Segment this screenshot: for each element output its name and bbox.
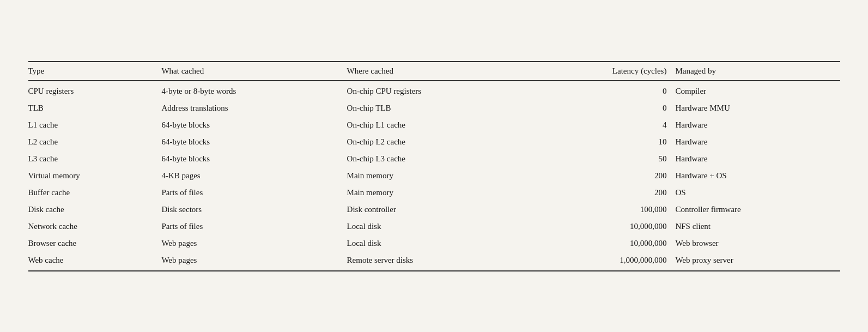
col-header-where-cached: Where cached bbox=[347, 62, 532, 81]
table-row: CPU registers4-byte or 8-byte wordsOn-ch… bbox=[28, 81, 840, 100]
where-cached-cell: Main memory bbox=[347, 184, 532, 201]
table-row: TLBAddress translationsOn-chip TLB0Hardw… bbox=[28, 100, 840, 117]
latency-cell: 200 bbox=[532, 167, 676, 184]
latency-cell: 200 bbox=[532, 184, 676, 201]
what-cached-cell: Web pages bbox=[161, 252, 347, 271]
where-cached-cell: Local disk bbox=[347, 218, 532, 235]
type-cell: Buffer cache bbox=[28, 184, 162, 201]
where-cached-cell: Remote server disks bbox=[347, 252, 532, 271]
where-cached-cell: On-chip CPU registers bbox=[347, 81, 532, 100]
type-cell: Web cache bbox=[28, 252, 162, 271]
table-row: L3 cache64-byte blocksOn-chip L3 cache50… bbox=[28, 150, 840, 167]
what-cached-cell: 4-byte or 8-byte words bbox=[161, 81, 347, 100]
table-row: L1 cache64-byte blocksOn-chip L1 cache4H… bbox=[28, 117, 840, 134]
managed-by-cell: Controller firmware bbox=[675, 201, 840, 218]
type-cell: L1 cache bbox=[28, 117, 162, 134]
managed-by-cell: Compiler bbox=[675, 81, 840, 100]
type-cell: L3 cache bbox=[28, 150, 162, 167]
where-cached-cell: Main memory bbox=[347, 167, 532, 184]
where-cached-cell: On-chip L1 cache bbox=[347, 117, 532, 134]
managed-by-cell: Hardware bbox=[675, 134, 840, 150]
where-cached-cell: Local disk bbox=[347, 235, 532, 252]
managed-by-cell: Hardware MMU bbox=[675, 100, 840, 117]
type-cell: Network cache bbox=[28, 218, 162, 235]
type-cell: Browser cache bbox=[28, 235, 162, 252]
managed-by-cell: OS bbox=[675, 184, 840, 201]
type-cell: L2 cache bbox=[28, 134, 162, 150]
table-row: Buffer cacheParts of filesMain memory200… bbox=[28, 184, 840, 201]
table-row: L2 cache64-byte blocksOn-chip L2 cache10… bbox=[28, 134, 840, 150]
managed-by-cell: Web proxy server bbox=[675, 252, 840, 271]
table-container: Type What cached Where cached Latency (c… bbox=[12, 50, 857, 282]
managed-by-cell: Hardware bbox=[675, 117, 840, 134]
table-row: Web cacheWeb pagesRemote server disks1,0… bbox=[28, 252, 840, 271]
what-cached-cell: 64-byte blocks bbox=[161, 150, 347, 167]
table-row: Disk cacheDisk sectorsDisk controller100… bbox=[28, 201, 840, 218]
what-cached-cell: Parts of files bbox=[161, 184, 347, 201]
latency-cell: 100,000 bbox=[532, 201, 676, 218]
where-cached-cell: On-chip TLB bbox=[347, 100, 532, 117]
what-cached-cell: 64-byte blocks bbox=[161, 134, 347, 150]
col-header-what-cached: What cached bbox=[161, 62, 347, 81]
what-cached-cell: Disk sectors bbox=[161, 201, 347, 218]
latency-cell: 1,000,000,000 bbox=[532, 252, 676, 271]
table-row: Browser cacheWeb pagesLocal disk10,000,0… bbox=[28, 235, 840, 252]
managed-by-cell: Hardware + OS bbox=[675, 167, 840, 184]
col-header-latency: Latency (cycles) bbox=[532, 62, 676, 81]
header-row: Type What cached Where cached Latency (c… bbox=[28, 62, 840, 81]
what-cached-cell: Web pages bbox=[161, 235, 347, 252]
table-row: Virtual memory4-KB pagesMain memory200Ha… bbox=[28, 167, 840, 184]
type-cell: Virtual memory bbox=[28, 167, 162, 184]
where-cached-cell: On-chip L2 cache bbox=[347, 134, 532, 150]
what-cached-cell: Address translations bbox=[161, 100, 347, 117]
latency-cell: 0 bbox=[532, 81, 676, 100]
type-cell: CPU registers bbox=[28, 81, 162, 100]
where-cached-cell: Disk controller bbox=[347, 201, 532, 218]
table-row: Network cacheParts of filesLocal disk10,… bbox=[28, 218, 840, 235]
cache-table: Type What cached Where cached Latency (c… bbox=[28, 61, 840, 271]
managed-by-cell: NFS client bbox=[675, 218, 840, 235]
type-cell: Disk cache bbox=[28, 201, 162, 218]
col-header-type: Type bbox=[28, 62, 162, 81]
where-cached-cell: On-chip L3 cache bbox=[347, 150, 532, 167]
latency-cell: 50 bbox=[532, 150, 676, 167]
what-cached-cell: 64-byte blocks bbox=[161, 117, 347, 134]
what-cached-cell: Parts of files bbox=[161, 218, 347, 235]
what-cached-cell: 4-KB pages bbox=[161, 167, 347, 184]
managed-by-cell: Web browser bbox=[675, 235, 840, 252]
latency-cell: 4 bbox=[532, 117, 676, 134]
latency-cell: 0 bbox=[532, 100, 676, 117]
managed-by-cell: Hardware bbox=[675, 150, 840, 167]
latency-cell: 10 bbox=[532, 134, 676, 150]
col-header-managed-by: Managed by bbox=[675, 62, 840, 81]
latency-cell: 10,000,000 bbox=[532, 218, 676, 235]
latency-cell: 10,000,000 bbox=[532, 235, 676, 252]
type-cell: TLB bbox=[28, 100, 162, 117]
